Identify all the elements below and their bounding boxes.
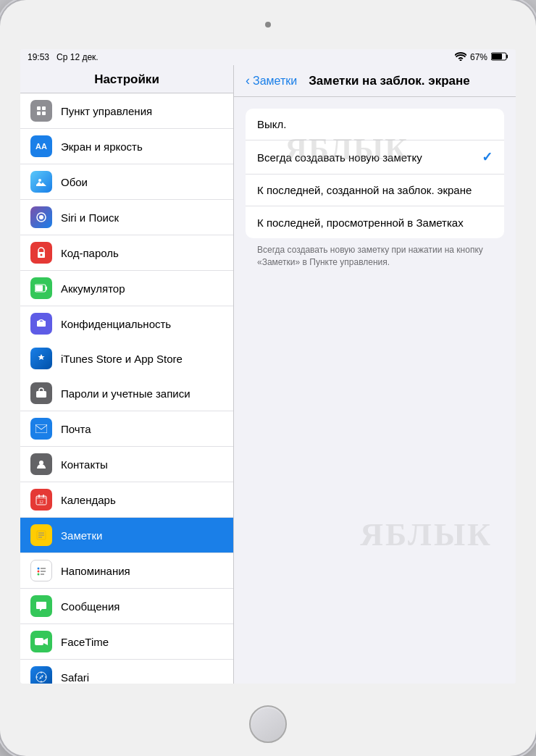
sidebar-item-privacy[interactable]: Конфиденциальность bbox=[20, 306, 233, 341]
option-off-label: Выкл. bbox=[257, 118, 286, 130]
option-always-new[interactable]: Всегда создавать новую заметку ✓ bbox=[246, 140, 504, 175]
facetime-icon bbox=[30, 631, 52, 652]
status-bar: 19:53 Ср 12 дек. 67% bbox=[20, 49, 516, 65]
svg-rect-6 bbox=[37, 112, 41, 115]
option-last-notes[interactable]: К последней, просмотренной в Заметках bbox=[246, 206, 504, 238]
svg-point-33 bbox=[38, 574, 40, 576]
itunes-appstore-label: iTunes Store и App Store bbox=[61, 353, 183, 365]
sidebar-item-itunes-appstore[interactable]: iTunes Store и App Store bbox=[20, 341, 233, 376]
wallpaper-label: Обои bbox=[61, 176, 88, 188]
option-always-new-label: Всегда создавать новую заметку bbox=[257, 151, 422, 164]
svg-point-32 bbox=[38, 571, 40, 573]
status-date: Ср 12 дек. bbox=[56, 52, 99, 62]
display-icon: AA bbox=[30, 135, 52, 157]
sidebar-item-safari[interactable]: Safari bbox=[20, 660, 233, 684]
control-center-label: Пункт управления bbox=[61, 105, 152, 117]
option-off[interactable]: Выкл. bbox=[246, 109, 504, 140]
sidebar-item-calendar[interactable]: 12 Календарь bbox=[20, 482, 233, 518]
sidebar-item-passcode[interactable]: Код-пароль bbox=[20, 235, 233, 271]
split-view: Настройки Пункт управления bbox=[20, 65, 516, 684]
mail-icon bbox=[30, 418, 52, 440]
passwords-icon bbox=[30, 382, 52, 404]
svg-text:12: 12 bbox=[39, 500, 43, 504]
sidebar-item-notes[interactable]: Заметки bbox=[20, 518, 233, 553]
sidebar-item-reminders[interactable]: Напоминания bbox=[20, 553, 233, 589]
messages-label: Сообщения bbox=[61, 600, 120, 613]
appstore-icon bbox=[30, 348, 52, 369]
sidebar-group-3: Пароли и учетные записи Почта bbox=[20, 376, 233, 684]
svg-point-31 bbox=[38, 568, 40, 570]
svg-rect-2 bbox=[506, 54, 508, 58]
svg-rect-4 bbox=[37, 106, 41, 110]
back-label: Заметки bbox=[253, 75, 297, 88]
svg-rect-15 bbox=[35, 285, 43, 291]
option-last-lock-label: К последней, созданной на заблок. экране bbox=[257, 184, 472, 196]
back-chevron-icon: ‹ bbox=[246, 73, 250, 88]
back-button[interactable]: ‹ Заметки bbox=[246, 73, 297, 88]
option-description: Всегда создавать новую заметку при нажат… bbox=[234, 238, 516, 274]
svg-rect-5 bbox=[42, 106, 46, 110]
sidebar-item-passwords[interactable]: Пароли и учетные записи bbox=[20, 376, 233, 411]
status-time-date: 19:53 Ср 12 дек. bbox=[28, 52, 99, 62]
privacy-icon bbox=[30, 313, 52, 335]
checkmark-icon: ✓ bbox=[482, 149, 493, 165]
sidebar-item-facetime[interactable]: FaceTime bbox=[20, 624, 233, 660]
contacts-icon bbox=[30, 453, 52, 475]
facetime-label: FaceTime bbox=[61, 636, 109, 648]
sidebar-item-siri[interactable]: Siri и Поиск bbox=[20, 200, 233, 235]
display-label: Экран и яркость bbox=[61, 140, 143, 153]
passwords-label: Пароли и учетные записи bbox=[61, 387, 190, 400]
svg-rect-3 bbox=[492, 54, 502, 59]
content-header: ‹ Заметки Заметки на заблок. экране bbox=[234, 65, 516, 97]
svg-point-12 bbox=[41, 254, 43, 256]
option-last-lock[interactable]: К последней, созданной на заблок. экране bbox=[246, 175, 504, 206]
content-panel: ‹ Заметки Заметки на заблок. экране Выкл… bbox=[234, 65, 516, 684]
svg-point-8 bbox=[38, 179, 41, 182]
sidebar-item-mail[interactable]: Почта bbox=[20, 411, 233, 447]
sidebar-item-battery[interactable]: Аккумулятор bbox=[20, 271, 233, 306]
calendar-icon: 12 bbox=[30, 489, 52, 511]
sidebar-item-display[interactable]: AA Экран и яркость bbox=[20, 129, 233, 164]
svg-point-39 bbox=[41, 676, 42, 678]
sidebar-item-wallpaper[interactable]: Обои bbox=[20, 164, 233, 200]
svg-point-18 bbox=[41, 394, 42, 395]
contacts-label: Контакты bbox=[61, 458, 108, 471]
option-last-notes-label: К последней, просмотренной в Заметках bbox=[257, 217, 464, 229]
sidebar-item-control-center[interactable]: Пункт управления bbox=[20, 93, 233, 129]
sidebar: Настройки Пункт управления bbox=[20, 65, 234, 684]
notes-icon bbox=[30, 524, 52, 546]
camera-dot bbox=[265, 22, 271, 28]
svg-rect-14 bbox=[46, 287, 47, 290]
ipad-screen: 19:53 Ср 12 дек. 67% bbox=[20, 49, 516, 684]
sidebar-title: Настройки bbox=[20, 65, 233, 93]
status-time: 19:53 bbox=[28, 52, 49, 62]
sidebar-group-1: Пункт управления AA Экран и яркость bbox=[20, 93, 233, 341]
siri-label: Siri и Поиск bbox=[61, 211, 119, 224]
svg-point-17 bbox=[38, 394, 40, 395]
reminders-icon bbox=[30, 560, 52, 581]
privacy-label: Конфиденциальность bbox=[61, 318, 171, 330]
battery-label: Аккумулятор bbox=[61, 282, 125, 295]
safari-icon bbox=[30, 666, 52, 684]
messages-icon bbox=[30, 595, 52, 617]
passcode-icon bbox=[30, 242, 52, 264]
options-section: Выкл. Всегда создавать новую заметку ✓ К… bbox=[246, 109, 504, 238]
sidebar-item-messages[interactable]: Сообщения bbox=[20, 589, 233, 624]
reminders-label: Напоминания bbox=[61, 565, 130, 577]
svg-point-19 bbox=[43, 394, 44, 395]
svg-rect-23 bbox=[36, 496, 46, 499]
sidebar-item-contacts[interactable]: Контакты bbox=[20, 447, 233, 482]
siri-icon bbox=[30, 206, 52, 228]
control-center-icon bbox=[30, 100, 52, 122]
mail-label: Почта bbox=[61, 423, 91, 435]
wallpaper-icon bbox=[30, 171, 52, 193]
ipad-frame: 19:53 Ср 12 дек. 67% bbox=[0, 0, 536, 756]
content-title: Заметки на заблок. экране bbox=[309, 74, 470, 88]
sidebar-group-2: iTunes Store и App Store bbox=[20, 341, 233, 376]
passcode-label: Код-пароль bbox=[61, 247, 119, 259]
svg-rect-37 bbox=[35, 638, 43, 645]
svg-point-0 bbox=[459, 59, 461, 61]
status-right: 67% bbox=[455, 52, 508, 63]
safari-label: Safari bbox=[61, 671, 89, 684]
home-button[interactable] bbox=[249, 705, 287, 743]
